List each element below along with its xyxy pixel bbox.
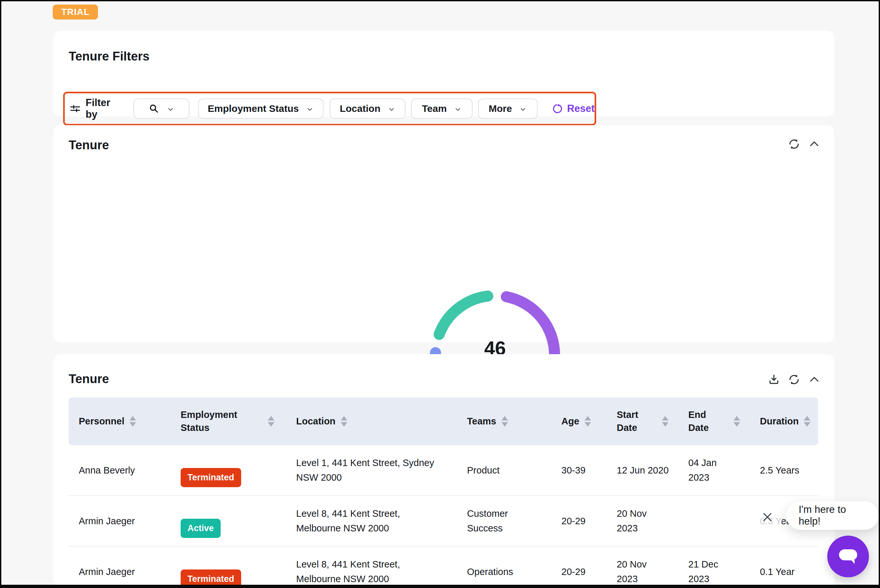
start-date-cell: 20 Nov 2023 xyxy=(607,557,678,586)
table-row[interactable]: Armin Jaeger Terminated Level 8, 441 Ken… xyxy=(69,547,818,588)
sort-icon xyxy=(585,416,591,427)
sort-icon xyxy=(662,416,668,427)
column-header-age[interactable]: Age xyxy=(551,415,607,428)
age-cell: 20-29 xyxy=(551,565,607,579)
sort-icon xyxy=(804,416,810,427)
tenure-chart-card: Tenure 46 Total xyxy=(53,125,835,342)
personnel-cell: Armin Jaeger xyxy=(69,565,170,579)
collapse-icon[interactable] xyxy=(808,373,821,386)
status-badge: Active xyxy=(181,519,221,538)
duration-cell: 0.1 Year xyxy=(750,565,818,579)
start-date-cell: 12 Jun 2020 xyxy=(607,463,678,478)
location-label: Location xyxy=(340,103,381,114)
collapse-icon[interactable] xyxy=(808,138,821,151)
column-label: Location xyxy=(296,415,335,428)
status-badge: Terminated xyxy=(181,570,241,588)
table-header-row: Personnel Employment Status Location Tea… xyxy=(69,398,818,445)
chevron-down-icon xyxy=(388,105,396,113)
column-header-duration[interactable]: Duration xyxy=(750,415,818,428)
employment-status-cell: Terminated xyxy=(170,555,286,588)
personnel-cell: Armin Jaeger xyxy=(69,514,170,528)
employment-status-dropdown[interactable]: Employment Status xyxy=(198,99,324,119)
reset-label: Reset xyxy=(567,103,594,114)
employment-status-label: Employment Status xyxy=(208,103,299,114)
chevron-down-icon xyxy=(519,105,527,113)
more-label: More xyxy=(489,103,512,114)
tenure-table-card: Tenure xyxy=(53,354,835,588)
column-label: End Date xyxy=(688,408,718,434)
employment-status-cell: Active xyxy=(170,504,286,538)
tenure-filters-card: Tenure Filters Filter by xyxy=(53,31,835,116)
age-cell: 20-29 xyxy=(551,514,607,528)
column-label: Age xyxy=(561,415,579,428)
chat-button[interactable] xyxy=(827,536,869,577)
sort-icon xyxy=(129,416,136,427)
location-cell: Level 8, 441 Kent Street, Melbourne NSW … xyxy=(286,557,457,586)
download-icon[interactable] xyxy=(767,373,781,386)
more-filters-dropdown[interactable]: More xyxy=(478,99,537,119)
chat-tooltip-close-icon[interactable] xyxy=(758,508,776,526)
sliders-icon xyxy=(69,103,81,114)
teams-cell: Operations xyxy=(457,565,551,579)
column-header-end-date[interactable]: End Date xyxy=(678,408,750,434)
sort-icon xyxy=(268,416,274,427)
chat-bubble-icon xyxy=(836,546,860,567)
column-header-location[interactable]: Location xyxy=(286,415,457,428)
teams-cell: Product xyxy=(457,463,551,478)
end-date-cell: 04 Jan 2023 xyxy=(678,456,750,485)
column-label: Employment Status xyxy=(181,408,246,434)
column-label: Teams xyxy=(467,415,496,428)
end-date-cell: 21 Dec 2023 xyxy=(678,557,750,586)
search-icon xyxy=(148,103,159,114)
chevron-down-icon xyxy=(454,105,462,113)
teams-cell: Customer Success xyxy=(457,506,551,536)
sort-icon xyxy=(734,416,740,427)
column-label: Personnel xyxy=(79,415,124,428)
search-filter-dropdown[interactable] xyxy=(134,99,189,119)
sort-icon xyxy=(501,416,508,427)
trial-badge: TRIAL xyxy=(53,4,98,20)
filter-by-label: Filter by xyxy=(86,97,124,120)
table-card-title: Tenure xyxy=(69,372,109,386)
column-header-teams[interactable]: Teams xyxy=(457,415,551,428)
tenure-table: Personnel Employment Status Location Tea… xyxy=(69,398,818,588)
donut-segment[interactable] xyxy=(506,297,555,357)
location-cell: Level 8, 441 Kent Street, Melbourne NSW … xyxy=(286,506,457,536)
column-label: Start Date xyxy=(617,408,646,434)
app-screen: TRIAL Tenure Filters Filter by xyxy=(0,0,880,588)
filter-bar: Filter by Employment Status xyxy=(63,92,596,126)
personnel-cell: Anna Beverly xyxy=(69,463,170,478)
table-row[interactable]: Anna Beverly Terminated Level 1, 441 Ken… xyxy=(69,445,818,496)
location-cell: Level 1, 441 Kent Street, Sydney NSW 200… xyxy=(286,456,457,485)
location-dropdown[interactable]: Location xyxy=(330,99,406,119)
filter-by: Filter by xyxy=(69,97,124,120)
start-date-cell: 20 Nov 2023 xyxy=(607,506,678,536)
reset-icon xyxy=(552,103,563,114)
team-dropdown[interactable]: Team xyxy=(411,99,472,119)
chat-tooltip: I'm here to help! xyxy=(786,501,879,530)
column-label: Duration xyxy=(760,415,799,428)
chevron-down-icon xyxy=(306,105,314,113)
column-header-start-date[interactable]: Start Date xyxy=(607,408,678,434)
refresh-icon[interactable] xyxy=(788,138,800,151)
chart-card-title: Tenure xyxy=(69,138,109,152)
age-cell: 30-39 xyxy=(551,463,607,478)
column-header-employment-status[interactable]: Employment Status xyxy=(170,408,286,434)
chevron-down-icon xyxy=(167,105,174,113)
table-row[interactable]: Armin Jaeger Active Level 8, 441 Kent St… xyxy=(69,496,818,547)
refresh-icon[interactable] xyxy=(788,373,800,386)
sort-icon xyxy=(341,416,347,427)
reset-filters-button[interactable]: Reset xyxy=(552,103,594,114)
team-label: Team xyxy=(422,103,447,114)
status-badge: Terminated xyxy=(181,468,241,488)
duration-cell: 2.5 Years xyxy=(750,463,818,478)
employment-status-cell: Terminated xyxy=(170,453,286,488)
donut-segment[interactable] xyxy=(439,296,487,334)
filters-card-title: Tenure Filters xyxy=(69,50,149,63)
column-header-personnel[interactable]: Personnel xyxy=(69,415,170,428)
